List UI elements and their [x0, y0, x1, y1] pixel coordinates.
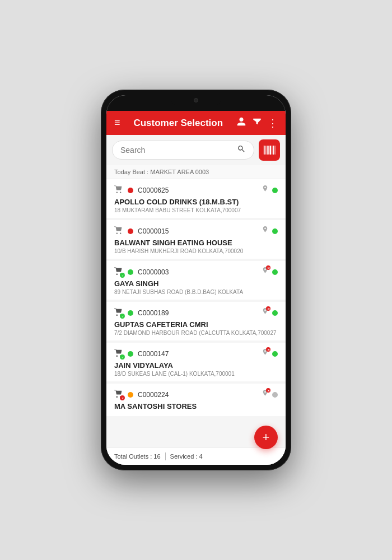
online-status-dot	[272, 269, 278, 275]
location-icon: ✕	[262, 389, 269, 400]
customer-row-top: ✓ C0000189 ✕	[114, 307, 278, 318]
search-icon	[237, 144, 246, 156]
location-icon: ✕	[262, 267, 269, 277]
svg-rect-4	[269, 146, 271, 155]
status-bar	[106, 95, 286, 111]
search-input[interactable]	[120, 146, 232, 155]
cart-icon	[114, 185, 123, 195]
person-icon[interactable]	[236, 116, 246, 129]
customer-code: C0000224	[138, 391, 169, 399]
customer-right: ✕	[262, 307, 278, 318]
customer-name: APOLLO COLD DRINKS (18.M.B.ST)	[114, 198, 278, 206]
app-title: Customer Selection	[126, 118, 231, 129]
online-status-dot	[272, 351, 278, 357]
status-dot	[128, 269, 133, 275]
customer-row-top: ✕ C0000224 ✕	[114, 389, 278, 400]
bar-divider	[165, 452, 166, 460]
online-status-dot	[272, 228, 278, 234]
customer-left: ✓ C0000003	[114, 267, 169, 277]
barcode-button[interactable]	[259, 139, 280, 161]
customer-address: 18 MUKTARAM BABU STREET KOLKATA,700007	[114, 207, 278, 213]
location-x-badge: ✕	[266, 388, 270, 393]
customer-item[interactable]: ✓ C0000147 ✕ JAIN VIDYALAYA 18/D SUKEAS …	[106, 343, 286, 381]
bottom-bar: Total Outlets : 16 Serviced : 4	[106, 447, 286, 465]
customer-item[interactable]: C0000015 BALWANT SINGH EATING HOUSE 10/B…	[106, 220, 286, 259]
customer-row-top: C0000015	[114, 226, 278, 236]
customer-right	[262, 185, 278, 195]
customer-right: ✕	[262, 267, 278, 277]
svg-rect-2	[267, 146, 268, 155]
customer-name: GAYA SINGH	[114, 279, 278, 288]
cart-status-badge: ✓	[120, 314, 125, 319]
today-beat-label: Today Beat :	[114, 169, 148, 175]
cart-icon: ✓	[114, 308, 123, 318]
online-status-dot	[272, 392, 278, 398]
serviced-count: Serviced : 4	[170, 453, 203, 460]
customer-code: C0000147	[138, 350, 169, 358]
customer-row-top: ✓ C0000147 ✕	[114, 348, 278, 359]
status-dot	[128, 392, 133, 398]
cart-status-badge: ✓	[120, 354, 125, 360]
customer-left: C0000015	[114, 226, 169, 236]
location-icon: ✕	[262, 307, 269, 318]
search-input-wrapper	[112, 141, 254, 160]
customer-code: C0000003	[138, 268, 169, 276]
customer-address: 89 NETAJI SUBHAS ROAD (B.B.D.BAG) KOLKAT…	[114, 289, 278, 295]
cart-icon: ✓	[114, 349, 123, 358]
cart-icon: ✕	[114, 390, 123, 399]
customer-right: ✕	[262, 389, 278, 400]
camera	[194, 98, 198, 102]
fab-plus-icon: +	[263, 431, 270, 444]
location-icon	[262, 185, 269, 195]
online-status-dot	[272, 188, 278, 193]
cart-icon	[114, 226, 123, 236]
location-x-badge: ✕	[266, 347, 270, 352]
notch	[171, 95, 221, 105]
customer-left: ✕ C0000224	[114, 390, 169, 399]
status-dot	[128, 310, 133, 316]
svg-rect-5	[272, 146, 272, 155]
customer-item[interactable]: ✕ C0000224 ✕ MA SANTOSHI STORES	[106, 384, 286, 416]
customer-name: BALWANT SINGH EATING HOUSE	[114, 239, 278, 247]
customer-address: 18/D SUKEAS LANE (CAL-1) KOLKATA,700001	[114, 371, 278, 377]
customer-code: C0000015	[138, 227, 169, 235]
svg-rect-7	[275, 146, 276, 155]
fab-add-button[interactable]: +	[254, 426, 278, 449]
location-x-badge: ✕	[266, 265, 270, 270]
phone-screen: ≡ Customer Selection ⋮	[106, 95, 286, 465]
location-icon: ✕	[262, 348, 269, 359]
customer-name: JAIN VIDYALAYA	[114, 361, 278, 370]
customer-right	[262, 226, 278, 236]
customer-left: ✓ C0000189	[114, 308, 169, 318]
cart-icon: ✓	[114, 267, 123, 277]
customer-right: ✕	[262, 348, 278, 359]
customer-row-top: C0000625	[114, 185, 278, 195]
customer-name: MA SANTOSHI STORES	[114, 402, 278, 410]
status-dot	[128, 228, 133, 234]
customer-item[interactable]: ✓ C0000003 ✕ GAYA SINGH 89 NETAJI SUBHAS…	[106, 261, 286, 300]
location-icon	[262, 226, 269, 236]
cart-status-badge: ✕	[120, 395, 125, 400]
today-beat-bar: Today Beat : MARKET AREA 0003	[106, 165, 286, 179]
svg-rect-3	[268, 146, 269, 155]
search-bar-container	[106, 135, 286, 165]
location-x-badge: ✕	[266, 306, 270, 311]
customer-item[interactable]: C0000625 APOLLO COLD DRINKS (18.M.B.ST) …	[106, 179, 286, 218]
today-beat-value: MARKET AREA 0003	[150, 169, 209, 175]
svg-rect-1	[265, 146, 266, 155]
total-outlets: Total Outlets : 16	[114, 453, 161, 460]
more-icon[interactable]: ⋮	[268, 117, 278, 129]
customer-row-top: ✓ C0000003 ✕	[114, 267, 278, 277]
customer-left: C0000625	[114, 185, 169, 195]
customer-left: ✓ C0000147	[114, 349, 169, 358]
customer-item[interactable]: ✓ C0000189 ✕ GUPTAS CAFETERIA CMRI 7/2 D…	[106, 302, 286, 340]
customer-code: C0000625	[138, 186, 169, 194]
filter-icon[interactable]	[252, 116, 262, 129]
svg-rect-6	[273, 146, 274, 155]
cart-status-badge: ✓	[120, 273, 125, 278]
customer-list: C0000625 APOLLO COLD DRINKS (18.M.B.ST) …	[106, 179, 286, 447]
menu-icon[interactable]: ≡	[114, 117, 120, 129]
customer-address: 7/2 DIAMOND HARBOUR ROAD (CALCUTTA KOLKA…	[114, 330, 278, 336]
status-dot	[128, 188, 133, 193]
svg-rect-0	[264, 146, 265, 155]
